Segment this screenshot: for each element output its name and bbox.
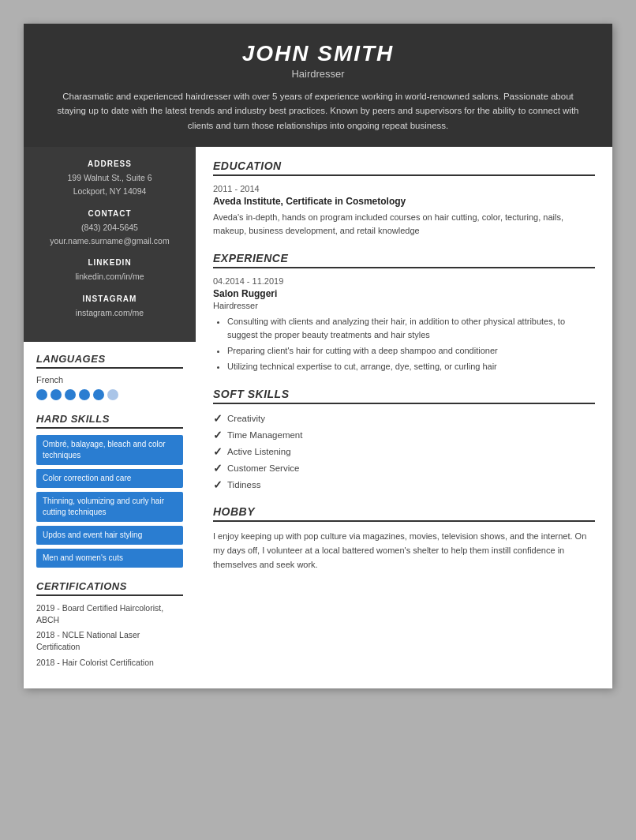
certifications-section: CERTIFICATIONS 2019 - Board Certified Ha… [36,580,183,668]
dot-4 [79,389,90,400]
soft-skills-section: SOFT SKILLS ✓ Creativity ✓ Time Manageme… [213,388,595,491]
education-title: EDUCATION [213,159,595,176]
hobby-section: HOBBY I enjoy keeping up with pop cultur… [213,505,595,572]
checkmark-icon: ✓ [213,412,223,425]
soft-skill-0: ✓ Creativity [213,412,595,425]
checkmark-icon: ✓ [213,445,223,458]
dot-3 [65,389,76,400]
exp-bullet-1: Preparing client's hair for cutting with… [227,344,595,358]
soft-skills-list: ✓ Creativity ✓ Time Management ✓ Active … [213,412,595,491]
cert-1: 2018 - NCLE National Laser Certification [36,629,183,652]
hobby-title: HOBBY [213,505,595,522]
checkmark-icon: ✓ [213,478,223,491]
languages-section: LANGUAGES French [36,353,183,400]
skill-badge-2: Thinning, volumizing and curly hair cutt… [36,492,183,522]
candidate-title: Hairdresser [55,68,581,80]
linkedin-section: LINKEDIN linkedin.com/in/me [36,258,183,283]
soft-skills-title: SOFT SKILLS [213,388,595,404]
contact-label: CONTACT [36,209,183,218]
soft-skill-3: ✓ Customer Service [213,462,595,474]
education-section: EDUCATION 2011 - 2014 Aveda Institute, C… [213,159,595,238]
right-column: EDUCATION 2011 - 2014 Aveda Institute, C… [196,147,612,688]
contact-block: ADDRESS 199 Walnut St., Suite 6 Lockport… [24,147,196,342]
certifications-title: CERTIFICATIONS [36,580,183,596]
instagram-value: instagram.com/me [36,306,183,320]
exp-company: Salon Ruggeri [213,288,595,299]
dot-6 [107,389,118,400]
instagram-section: INSTAGRAM instagram.com/me [36,294,183,320]
dot-5 [93,389,104,400]
edu-institution: Aveda Institute, Certificate in Cosmetol… [213,196,595,207]
experience-title: EXPERIENCE [213,252,595,268]
skill-badge-1: Color correction and care [36,469,183,488]
hard-skills-title: HARD SKILLS [36,413,183,429]
contact-value: (843) 204-5645 your.name.surname@gmail.c… [36,221,183,248]
exp-bullet-0: Consulting with clients and analyzing th… [227,315,595,342]
exp-years: 04.2014 - 11.2019 [213,276,595,286]
linkedin-value: linkedin.com/in/me [36,270,183,283]
skill-badge-0: Ombré, balayage, bleach and color techni… [36,435,183,465]
soft-skill-1: ✓ Time Management [213,429,595,441]
language-name: French [36,375,183,384]
skill-badge-3: Updos and event hair styling [36,526,183,545]
soft-skill-2: ✓ Active Listening [213,445,595,458]
exp-bullet-2: Utilizing technical expertise to cut, ar… [227,360,595,373]
edu-years: 2011 - 2014 [213,184,595,193]
checkmark-icon: ✓ [213,429,223,441]
candidate-name: JOHN SMITH [55,41,581,66]
languages-title: LANGUAGES [36,353,183,369]
soft-skill-4: ✓ Tidiness [213,478,595,491]
resume-body: ADDRESS 199 Walnut St., Suite 6 Lockport… [24,147,612,688]
left-column: ADDRESS 199 Walnut St., Suite 6 Lockport… [24,147,196,688]
linkedin-label: LINKEDIN [36,258,183,267]
dot-2 [51,389,62,400]
resume-header: JOHN SMITH Hairdresser Charasmatic and e… [24,24,612,147]
edu-description: Aveda's in-depth, hands on program inclu… [213,211,595,238]
checkmark-icon: ✓ [213,462,223,474]
language-dots [36,389,183,400]
skill-badge-4: Men and women's cuts [36,549,183,568]
hobby-text: I enjoy keeping up with pop culture via … [213,530,595,572]
dot-1 [36,389,47,400]
address-label: ADDRESS [36,159,183,168]
candidate-summary: Charasmatic and experienced hairdresser … [55,89,581,133]
cert-2: 2018 - Hair Colorist Certification [36,657,183,669]
contact-section: CONTACT (843) 204-5645 your.name.surname… [36,209,183,248]
cert-0: 2019 - Board Certified Haircolorist, ABC… [36,602,183,625]
resume-page: JOHN SMITH Hairdresser Charasmatic and e… [24,24,612,688]
exp-role: Hairdresser [213,301,595,310]
hard-skills-section: HARD SKILLS Ombré, balayage, bleach and … [36,413,183,568]
left-white-area: LANGUAGES French HARD SKILLS Ombré, bala… [24,342,196,688]
instagram-label: INSTAGRAM [36,294,183,303]
experience-section: EXPERIENCE 04.2014 - 11.2019 Salon Rugge… [213,252,595,373]
exp-bullet-list: Consulting with clients and analyzing th… [213,315,595,373]
address-section: ADDRESS 199 Walnut St., Suite 6 Lockport… [36,159,183,198]
address-value: 199 Walnut St., Suite 6 Lockport, NY 140… [36,171,183,198]
